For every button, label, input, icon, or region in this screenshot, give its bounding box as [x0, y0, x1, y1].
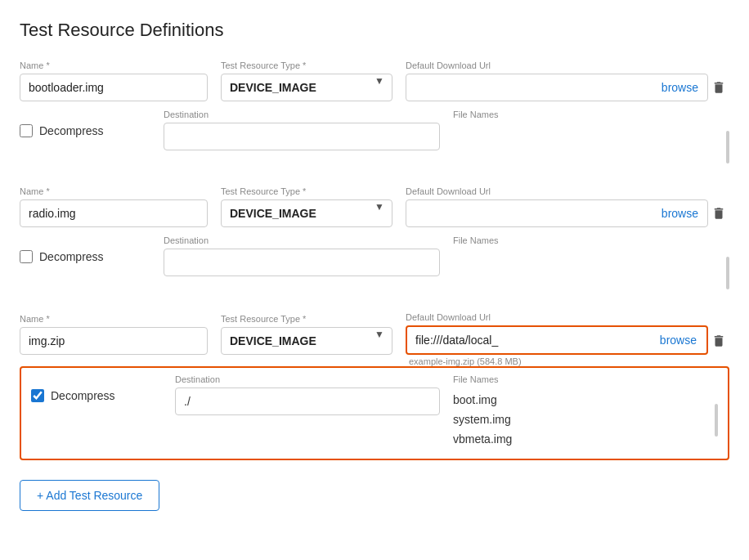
- delete-button-3[interactable]: [708, 327, 729, 355]
- url-field-3: Default Download Urlbrowse: [406, 312, 708, 355]
- browse-button-2[interactable]: browse: [652, 199, 708, 227]
- filenames-list-1: [453, 123, 729, 172]
- decompress-checkbox-2[interactable]: [20, 250, 33, 263]
- url-field-1: Default Download Urlbrowse: [406, 60, 708, 101]
- resource-row-3: Name *Test Resource Type *DEVICE_IMAGE▼D…: [20, 312, 729, 355]
- decompress-area-1: Decompress: [20, 110, 150, 137]
- subrow-1: DecompressDestinationFile Names: [20, 101, 729, 180]
- decompress-area-2: Decompress: [20, 235, 150, 263]
- type-field-2: Test Resource Type *DEVICE_IMAGE▼: [221, 186, 392, 227]
- page-title: Test Resource Definitions: [20, 20, 729, 41]
- subrow-3: DecompressDestinationFile Namesboot.imgs…: [20, 366, 729, 460]
- destination-input-1[interactable]: [164, 123, 440, 150]
- name-field-3: Name *: [20, 314, 208, 355]
- delete-button-1[interactable]: [708, 74, 729, 101]
- delete-button-2[interactable]: [708, 199, 729, 227]
- filenames-item: boot.img: [453, 391, 718, 410]
- name-input-1[interactable]: [20, 74, 208, 101]
- decompress-label-2: Decompress: [39, 250, 104, 263]
- resource-block-3: Name *Test Resource Type *DEVICE_IMAGE▼D…: [20, 312, 729, 460]
- filenames-area-2: File Names: [453, 235, 729, 298]
- filenames-area-3: File Namesboot.imgsystem.imgvbmeta.img: [453, 374, 718, 452]
- filenames-area-1: File Names: [453, 110, 729, 172]
- filenames-item: system.img: [453, 410, 718, 430]
- decompress-checkbox-1[interactable]: [20, 124, 33, 137]
- name-input-3[interactable]: [20, 327, 208, 355]
- decompress-label-1: Decompress: [39, 124, 104, 137]
- destination-area-2: Destination: [164, 235, 440, 276]
- scroll-indicator: [726, 257, 729, 289]
- name-field-2: Name *: [20, 186, 208, 227]
- scroll-indicator: [726, 131, 729, 164]
- decompress-area-3: Decompress: [31, 374, 162, 402]
- subrow-2: DecompressDestinationFile Names: [20, 227, 729, 306]
- resource-row-1: Name *Test Resource Type *DEVICE_IMAGE▼D…: [20, 60, 729, 101]
- add-test-resource-button[interactable]: + Add Test Resource: [20, 480, 159, 511]
- resource-block-1: Name *Test Resource Type *DEVICE_IMAGE▼D…: [20, 60, 729, 180]
- destination-area-3: Destination: [175, 374, 440, 415]
- resource-block-2: Name *Test Resource Type *DEVICE_IMAGE▼D…: [20, 186, 729, 306]
- filenames-list-3: boot.imgsystem.imgvbmeta.img: [453, 388, 718, 452]
- resource-row-2: Name *Test Resource Type *DEVICE_IMAGE▼D…: [20, 186, 729, 227]
- type-select-2[interactable]: DEVICE_IMAGE: [221, 199, 392, 227]
- name-input-2[interactable]: [20, 199, 208, 227]
- type-field-1: Test Resource Type *DEVICE_IMAGE▼: [221, 60, 392, 101]
- destination-input-3[interactable]: [175, 388, 440, 415]
- url-field-2: Default Download Urlbrowse: [406, 186, 708, 227]
- scroll-indicator: [715, 404, 718, 437]
- type-field-3: Test Resource Type *DEVICE_IMAGE▼: [221, 314, 392, 355]
- browse-button-1[interactable]: browse: [652, 74, 708, 101]
- name-field-1: Name *: [20, 60, 208, 101]
- type-select-3[interactable]: DEVICE_IMAGE: [221, 327, 392, 355]
- decompress-label-3: Decompress: [51, 389, 115, 402]
- resources-container: Name *Test Resource Type *DEVICE_IMAGE▼D…: [20, 60, 729, 460]
- destination-area-1: Destination: [164, 110, 440, 150]
- file-info-3: example-img.zip (584.8 MB): [409, 356, 729, 366]
- browse-button-3[interactable]: browse: [650, 327, 706, 353]
- filenames-list-2: [453, 249, 729, 298]
- destination-input-2[interactable]: [164, 249, 440, 276]
- decompress-checkbox-3[interactable]: [31, 389, 44, 402]
- filenames-item: vbmeta.img: [453, 430, 718, 450]
- type-select-1[interactable]: DEVICE_IMAGE: [221, 74, 392, 101]
